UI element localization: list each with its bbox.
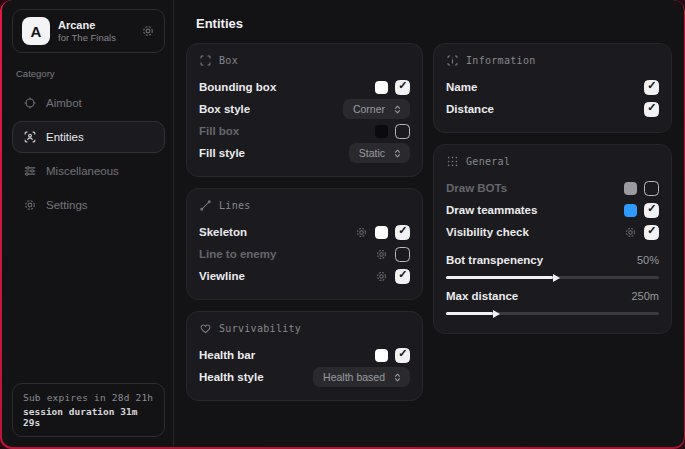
subscription-info-card: Sub expires in 28d 21h session duration … <box>12 383 165 437</box>
gear-icon <box>23 198 37 212</box>
box-corners-icon <box>199 54 212 67</box>
general-card: General Draw BOTs Draw teammates <box>433 144 672 334</box>
fill-style-dropdown[interactable]: Static <box>349 143 410 163</box>
chevron-updown-icon <box>392 148 403 159</box>
line-to-enemy-settings-gear-icon[interactable] <box>375 248 388 261</box>
logo-text: Arcane for The Finals <box>58 19 133 44</box>
general-card-header: General <box>446 155 659 168</box>
fill-box-row: Fill box <box>199 120 410 142</box>
sub-expiry-text: Sub expires in 28d 21h <box>23 392 154 403</box>
box-card-title: Box <box>219 55 238 66</box>
sidebar-item-label: Settings <box>46 199 88 211</box>
sidebar-item-entities[interactable]: Entities <box>12 121 165 153</box>
skeleton-settings-gear-icon[interactable] <box>355 226 368 239</box>
app-logo: A <box>22 17 50 45</box>
viewline-row: Viewline <box>199 265 410 287</box>
information-card-header: Information <box>446 54 659 67</box>
bot-transparency-group: Bot transpenency 50% <box>446 250 659 279</box>
information-card-title: Information <box>466 55 536 66</box>
general-card-title: General <box>466 156 510 167</box>
draw-bots-label: Draw BOTs <box>446 182 624 194</box>
line-to-enemy-row: Line to enemy <box>199 243 410 265</box>
account-gear-icon[interactable] <box>141 24 155 38</box>
visibility-check-row: Visibility check <box>446 221 659 243</box>
draw-teammates-checkbox[interactable] <box>644 203 659 218</box>
sidebar: A Arcane for The Finals Category Aimbot … <box>2 0 174 447</box>
chevron-updown-icon <box>392 104 403 115</box>
distance-label: Distance <box>446 103 644 115</box>
crosshair-icon <box>23 96 37 110</box>
survivability-card-header: Survivability <box>199 322 410 335</box>
bounding-box-label: Bounding box <box>199 81 375 93</box>
sidebar-item-settings[interactable]: Settings <box>12 189 165 221</box>
sidebar-item-label: Miscellaneous <box>46 165 119 177</box>
box-card: Box Bounding box Box style <box>186 43 423 177</box>
box-style-row: Box style Corner <box>199 98 410 120</box>
draw-bots-row: Draw BOTs <box>446 177 659 199</box>
bounding-box-color-swatch[interactable] <box>375 81 388 94</box>
fill-box-color-swatch[interactable] <box>375 125 388 138</box>
box-card-header: Box <box>199 54 410 67</box>
information-card: Information Name Distance <box>433 43 672 133</box>
health-bar-checkbox[interactable] <box>395 348 410 363</box>
dots-grid-icon <box>446 155 459 168</box>
distance-checkbox[interactable] <box>644 102 659 117</box>
sidebar-item-label: Aimbot <box>46 97 82 109</box>
slider-thumb[interactable] <box>493 310 500 318</box>
max-distance-slider[interactable] <box>446 312 659 315</box>
heart-icon <box>199 322 212 335</box>
box-style-dropdown[interactable]: Corner <box>343 99 410 119</box>
name-checkbox[interactable] <box>644 80 659 95</box>
viewline-checkbox[interactable] <box>395 269 410 284</box>
health-style-value: Health based <box>323 371 385 383</box>
lines-card-title: Lines <box>219 200 251 211</box>
max-distance-value: 250m <box>631 290 659 302</box>
fill-style-row: Fill style Static <box>199 142 410 164</box>
sidebar-item-miscellaneous[interactable]: Miscellaneous <box>12 155 165 187</box>
main-content: Entities Box Bounding box <box>174 0 684 447</box>
bot-transparency-value: 50% <box>637 254 659 266</box>
fill-style-label: Fill style <box>199 147 349 159</box>
health-bar-label: Health bar <box>199 349 375 361</box>
box-style-label: Box style <box>199 103 343 115</box>
health-style-row: Health style Health based <box>199 366 410 388</box>
health-style-label: Health style <box>199 371 313 383</box>
app-title: Arcane <box>58 19 133 32</box>
draw-bots-color-swatch[interactable] <box>624 182 637 195</box>
visibility-check-label: Visibility check <box>446 226 624 238</box>
skeleton-color-swatch[interactable] <box>375 226 388 239</box>
sliders-icon <box>23 164 37 178</box>
fill-style-value: Static <box>359 147 385 159</box>
sidebar-item-aimbot[interactable]: Aimbot <box>12 87 165 119</box>
max-distance-label: Max distance <box>446 290 631 302</box>
box-style-value: Corner <box>353 103 385 115</box>
max-distance-group: Max distance 250m <box>446 286 659 315</box>
page-title: Entities <box>196 16 672 31</box>
bounding-box-checkbox[interactable] <box>395 80 410 95</box>
lines-card: Lines Skeleton Line to enemy <box>186 188 423 300</box>
visibility-check-checkbox[interactable] <box>644 225 659 240</box>
draw-teammates-color-swatch[interactable] <box>624 204 637 217</box>
health-bar-row: Health bar <box>199 344 410 366</box>
viewline-settings-gear-icon[interactable] <box>375 270 388 283</box>
fill-box-label: Fill box <box>199 125 375 137</box>
draw-teammates-label: Draw teammates <box>446 204 624 216</box>
slider-thumb[interactable] <box>553 274 560 282</box>
diagonal-line-icon <box>199 199 212 212</box>
draw-bots-checkbox[interactable] <box>644 181 659 196</box>
distance-row: Distance <box>446 98 659 120</box>
entities-icon <box>23 130 37 144</box>
health-bar-color-swatch[interactable] <box>375 349 388 362</box>
logo-card: A Arcane for The Finals <box>12 9 165 53</box>
fill-box-checkbox[interactable] <box>395 124 410 139</box>
app-backdrop: A Arcane for The Finals Category Aimbot … <box>0 0 685 449</box>
survivability-card-title: Survivability <box>219 323 301 334</box>
health-style-dropdown[interactable]: Health based <box>313 367 410 387</box>
visibility-check-settings-gear-icon[interactable] <box>624 226 637 239</box>
line-to-enemy-checkbox[interactable] <box>395 247 410 262</box>
skeleton-checkbox[interactable] <box>395 225 410 240</box>
bounding-box-row: Bounding box <box>199 76 410 98</box>
bot-transparency-slider[interactable] <box>446 276 659 279</box>
draw-teammates-row: Draw teammates <box>446 199 659 221</box>
viewline-label: Viewline <box>199 270 375 282</box>
